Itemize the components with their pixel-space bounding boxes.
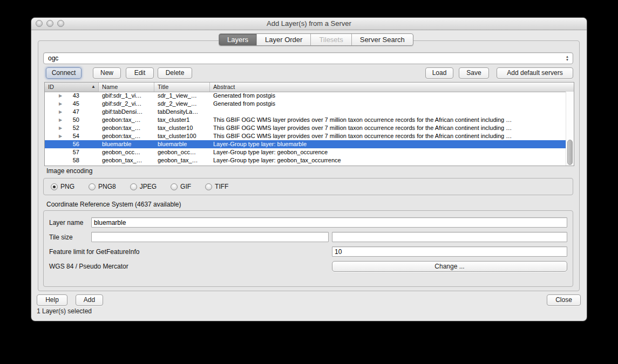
window-title: Add Layer(s) from a Server xyxy=(31,18,587,30)
expand-arrow-icon[interactable]: ▶ xyxy=(59,92,65,100)
expand-arrow-icon[interactable]: ▶ xyxy=(59,100,65,108)
titlebar: Add Layer(s) from a Server xyxy=(31,18,587,30)
change-crs-button[interactable]: Change ... xyxy=(332,261,567,272)
column-header-id[interactable]: ID ▲ xyxy=(45,83,99,92)
expand-arrow-icon xyxy=(59,156,65,164)
selected-crs-label: WGS 84 / Pseudo Mercator xyxy=(49,263,128,270)
expand-arrow-icon[interactable]: ▶ xyxy=(59,116,65,124)
radio-label: TIFF xyxy=(215,183,228,190)
close-button[interactable]: Close xyxy=(547,294,581,306)
table-row[interactable]: 58geobon_tax_…geobon_tax_…Layer-Group ty… xyxy=(45,156,566,164)
radio-gif[interactable]: GIF xyxy=(171,183,191,190)
cell-name: gbif:sdr_1_vi… xyxy=(99,92,154,100)
add-layers-dialog: Add Layer(s) from a Server LayersLayer O… xyxy=(31,18,587,321)
cell-name: geobon:tax_… xyxy=(99,124,154,132)
edit-button[interactable]: Edit xyxy=(126,67,154,79)
table-row[interactable]: ▶43gbif:sdr_1_vi…sdr_1_view_…Generated f… xyxy=(45,92,566,100)
table-row[interactable]: 57geobon_occ…geobon_occ…Layer-Group type… xyxy=(45,148,566,156)
radio-unselected-icon xyxy=(205,183,212,190)
radio-unselected-icon xyxy=(171,183,178,190)
table-row[interactable]: ▶54geobon:tax_…tax_cluster100This GBIF O… xyxy=(45,132,566,140)
sort-ascending-icon: ▲ xyxy=(91,83,96,91)
radio-tiff[interactable]: TIFF xyxy=(205,183,228,190)
cell-abstract: This GBIF OGC WMS layer provides over 7 … xyxy=(210,124,566,132)
tab-layers[interactable]: Layers xyxy=(219,34,256,45)
table-row[interactable]: 56bluemarblebluemarbleLayer-Group type l… xyxy=(45,140,566,148)
delete-button[interactable]: Delete xyxy=(158,67,192,79)
crs-section-label: Coordinate Reference System (4637 availa… xyxy=(46,201,181,208)
cell-name: geobon_occ… xyxy=(99,148,154,156)
new-button[interactable]: New xyxy=(93,67,121,79)
table-row[interactable]: ▶52geobon:tax_…tax_cluster10This GBIF OG… xyxy=(45,124,566,132)
cell-id: 45 xyxy=(65,100,79,108)
cell-title: tax_cluster100 xyxy=(154,132,210,140)
tile-width-input[interactable] xyxy=(91,232,329,242)
cell-abstract: Layer-Group type layer: geobon_occurence xyxy=(210,148,566,156)
tab-server-search[interactable]: Server Search xyxy=(351,34,413,45)
cell-abstract: Generated from postgis xyxy=(210,100,566,108)
column-header-name[interactable]: Name xyxy=(99,83,154,92)
feature-limit-input[interactable] xyxy=(332,246,567,257)
cell-id: 50 xyxy=(65,116,79,124)
radio-label: GIF xyxy=(180,183,191,190)
radio-selected-icon xyxy=(51,183,58,190)
layers-table: ID ▲ Name Title Abstract ▶43gbif:sdr_1_v… xyxy=(44,82,574,166)
cell-title: geobon_tax_… xyxy=(154,156,210,164)
table-row[interactable]: ▶50geobon:tax_…tax_cluster1This GBIF OGC… xyxy=(45,116,566,124)
image-encoding-groupbox: PNGPNG8JPEGGIFTIFF xyxy=(43,178,573,195)
layer-name-label: Layer name xyxy=(49,219,83,226)
cell-name: bluemarble xyxy=(99,140,154,148)
cell-abstract: Generated from postgis xyxy=(210,92,566,100)
radio-jpeg[interactable]: JPEG xyxy=(130,183,157,190)
connect-button[interactable]: Connect xyxy=(46,67,82,79)
tab-bar: LayersLayer OrderTilesetsServer Search xyxy=(219,33,413,46)
cell-abstract: Layer-Group type layer: geobon_tax_occur… xyxy=(210,156,566,164)
table-scrollbar[interactable] xyxy=(566,92,574,166)
table-row[interactable]: ▶45gbif:sdr_2_vi…sdr_2_view_…Generated f… xyxy=(45,100,566,108)
radio-png[interactable]: PNG xyxy=(51,183,74,190)
add-default-servers-button[interactable]: Add default servers xyxy=(497,67,573,79)
cell-abstract: This GBIF OGC WMS layer provides over 7 … xyxy=(210,116,566,124)
cell-id: 57 xyxy=(65,148,79,156)
table-header: ID ▲ Name Title Abstract xyxy=(45,83,574,92)
add-button[interactable]: Add xyxy=(76,294,103,306)
layer-name-input[interactable] xyxy=(91,217,567,228)
cell-name: gbif:tabDensi… xyxy=(99,108,154,116)
expand-arrow-icon[interactable]: ▶ xyxy=(59,124,65,132)
column-header-title[interactable]: Title xyxy=(154,83,210,92)
cell-title: tax_cluster10 xyxy=(154,124,210,132)
expand-arrow-icon xyxy=(59,140,65,148)
cell-name: geobon:tax_… xyxy=(99,116,154,124)
cell-abstract: This GBIF OGC WMS layer provides over 7 … xyxy=(210,132,566,140)
save-button[interactable]: Save xyxy=(459,67,489,79)
cell-abstract xyxy=(210,108,566,116)
expand-arrow-icon[interactable]: ▶ xyxy=(59,108,65,116)
layer-options-groupbox: Layer name Tile size Feature limit for G… xyxy=(43,210,573,287)
feature-limit-label: Feature limit for GetFeatureInfo xyxy=(49,248,139,256)
cell-title: bluemarble xyxy=(154,140,210,148)
scrollbar-thumb[interactable] xyxy=(567,140,573,165)
help-button[interactable]: Help xyxy=(37,294,67,306)
load-button[interactable]: Load xyxy=(425,67,453,79)
column-header-abstract[interactable]: Abstract xyxy=(210,83,574,92)
image-encoding-label: Image encoding xyxy=(46,167,92,175)
tab-tilesets: Tilesets xyxy=(310,34,351,45)
cell-title: sdr_1_view_… xyxy=(154,92,210,100)
cell-id: 58 xyxy=(65,156,79,164)
table-body: ▶43gbif:sdr_1_vi…sdr_1_view_…Generated f… xyxy=(45,92,566,166)
expand-arrow-icon[interactable]: ▶ xyxy=(59,132,65,140)
cell-title: geobon_occ… xyxy=(154,148,210,156)
cell-title: sdr_2_view_… xyxy=(154,100,210,108)
server-connection-combobox[interactable]: ogc ▲▼ xyxy=(43,52,573,64)
tab-layer-order[interactable]: Layer Order xyxy=(256,34,310,45)
cell-name: geobon_tax_… xyxy=(99,156,154,164)
radio-label: JPEG xyxy=(140,183,157,190)
table-row[interactable]: ▶47gbif:tabDensi…tabDensityLa… xyxy=(45,108,566,116)
radio-label: PNG xyxy=(60,183,74,190)
cell-title: tabDensityLa… xyxy=(154,108,210,116)
column-header-label: ID xyxy=(48,84,54,90)
cell-abstract: Layer-Group type layer: bluemarble xyxy=(210,140,566,148)
tile-height-input[interactable] xyxy=(332,232,567,242)
radio-png8[interactable]: PNG8 xyxy=(89,183,116,190)
cell-id: 43 xyxy=(65,92,79,100)
